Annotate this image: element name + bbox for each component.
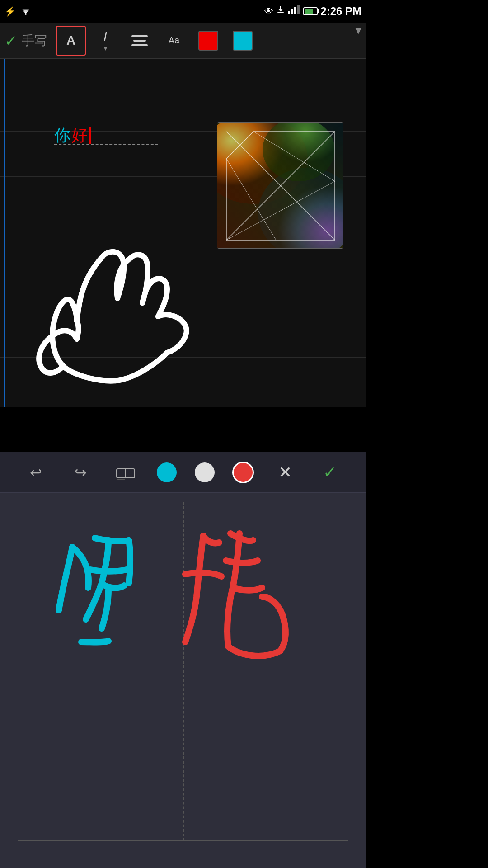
svg-rect-7	[133, 40, 146, 42]
svg-rect-1	[277, 12, 284, 13]
handwritten-chars-svg	[18, 502, 348, 836]
svg-rect-4	[294, 7, 296, 14]
font-style-button[interactable]: A	[56, 26, 86, 56]
eraser-button[interactable]	[112, 459, 139, 486]
align-button[interactable]	[125, 26, 155, 56]
confirm-button[interactable]: ✓	[5, 32, 17, 50]
hand-svg	[27, 212, 217, 384]
svg-rect-2	[288, 11, 290, 14]
status-left-icons: ⚡	[5, 5, 32, 18]
handwriting-panel: ↩ ↪ ✕ ✓	[0, 452, 366, 868]
handwriting-toolbar: ↩ ↪ ✕ ✓	[0, 452, 366, 493]
confirm-hw-button[interactable]: ✓	[316, 459, 343, 486]
font-size-button[interactable]: Aa	[159, 26, 189, 56]
text-canvas: 你 好	[0, 59, 366, 407]
svg-rect-3	[291, 9, 293, 14]
canvas-text-red: 好	[71, 124, 88, 146]
text-underline	[54, 144, 158, 145]
color-cyan-button[interactable]	[228, 26, 258, 56]
color-picker-popup[interactable]	[217, 122, 343, 249]
time-display: 2:26 PM	[320, 5, 361, 18]
color-red-dot[interactable]	[232, 462, 254, 483]
color-white-dot[interactable]	[195, 462, 215, 482]
color-gradient-svg	[217, 123, 343, 249]
handwriting-canvas[interactable]	[0, 493, 366, 868]
svg-point-0	[25, 13, 27, 15]
canvas-text-cyan: 你	[54, 124, 70, 146]
italic-dropdown-button[interactable]: I ▾	[90, 26, 120, 56]
color-cyan-dot[interactable]	[157, 462, 177, 482]
cancel-hw-button[interactable]: ✕	[272, 459, 299, 486]
eraser-icon	[116, 464, 136, 481]
color-picker-canvas[interactable]	[217, 123, 343, 248]
toolbar-collapse-button[interactable]: ▾	[355, 23, 361, 38]
usb-icon: ⚡	[5, 6, 16, 17]
toolbar-title: 手写	[22, 32, 47, 49]
margin-line	[4, 59, 5, 407]
status-bar: ⚡ 👁 2:26 PM	[0, 0, 366, 23]
main-toolbar: ✓ 手写 A I ▾ Aa	[0, 23, 366, 59]
eye-icon: 👁	[264, 6, 273, 17]
canvas-text: 你 好	[54, 124, 91, 146]
text-cursor	[89, 127, 91, 144]
svg-rect-6	[131, 35, 148, 37]
wifi-icon	[19, 5, 32, 18]
svg-rect-8	[131, 44, 148, 46]
ruled-line	[0, 86, 366, 86]
battery-icon	[303, 7, 318, 15]
svg-rect-5	[297, 5, 300, 14]
signal-icon	[288, 5, 300, 17]
download-icon	[276, 5, 285, 17]
hand-cursor-illustration	[27, 212, 217, 384]
color-red-button[interactable]	[193, 26, 223, 56]
baseline-guide	[18, 840, 348, 841]
redo-button[interactable]: ↪	[67, 459, 94, 486]
status-right-icons: 👁 2:26 PM	[264, 5, 361, 18]
undo-button[interactable]: ↩	[23, 459, 50, 486]
